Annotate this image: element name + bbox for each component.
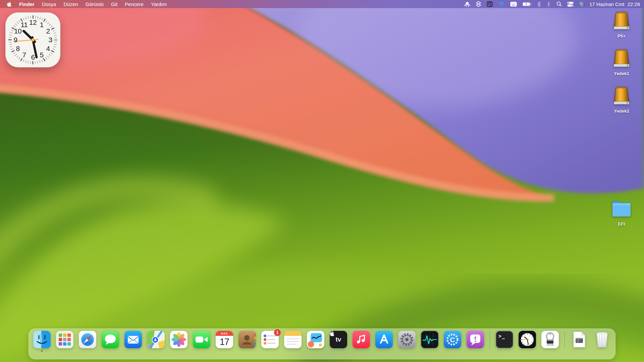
desktop-icon-yedek1[interactable]: Yedek1 — [605, 49, 638, 76]
desktop-icon-label: EFI — [618, 222, 625, 227]
dock: HAZ 17 1 — [29, 328, 615, 359]
dock-item-freeform[interactable] — [307, 331, 324, 348]
appletv-label: tv — [336, 336, 341, 343]
clock-number: 9 — [13, 36, 17, 44]
facetime-icon — [193, 331, 210, 348]
folder-icon — [611, 199, 632, 219]
dock-item-ioregistryexplorer[interactable] — [541, 331, 559, 348]
trash-icon — [593, 331, 611, 348]
running-indicator — [41, 350, 43, 352]
meter-icon — [546, 1, 551, 7]
menu-goruntu[interactable]: Görüntü — [82, 0, 107, 8]
clock-number: 6 — [31, 53, 35, 61]
wifi-icon — [498, 1, 505, 7]
clock-number: 5 — [40, 51, 43, 59]
clock-number: 3 — [48, 36, 52, 44]
dock-item-clock-app[interactable] — [519, 331, 536, 348]
photos-icon — [170, 331, 187, 348]
ioregistryexplorer-icon — [541, 331, 559, 348]
menu-pencere[interactable]: Pencere — [121, 0, 147, 8]
desktop-icon-efi[interactable]: EFI — [605, 199, 638, 227]
menu-finder[interactable]: Finder — [15, 0, 38, 8]
dock-item-safari[interactable] — [79, 331, 96, 348]
control-center-menu-extra[interactable] — [565, 0, 576, 8]
calendar-month: HAZ — [216, 331, 233, 336]
app-menus: Finder Dosya Düzen Görüntü Git Pencere Y… — [0, 0, 170, 8]
dock-item-contacts[interactable] — [238, 331, 256, 348]
dock-item-appletv[interactable]: tv — [330, 331, 347, 348]
apple-logo-icon — [330, 331, 334, 337]
launchpad-icon — [56, 331, 73, 348]
disk-image-document-icon — [571, 331, 588, 348]
dock-item-mail[interactable] — [124, 331, 142, 348]
desktop-icon-p5[interactable]: P5+ — [605, 11, 638, 39]
dock-item-maps[interactable] — [147, 331, 165, 348]
terminal-icon: >_ — [496, 331, 513, 348]
dock-item-photos[interactable] — [170, 331, 187, 348]
external-drive-icon — [612, 49, 631, 68]
dock-item-disk-image-document[interactable] — [571, 331, 588, 348]
dock-item-settings[interactable] — [398, 331, 416, 348]
messages-icon — [102, 331, 119, 348]
dock-item-reminders[interactable]: 1 — [261, 331, 279, 348]
bluetooth-icon — [537, 1, 541, 7]
spotlight-menu-extra[interactable] — [554, 0, 565, 8]
dock-item-launchpad[interactable] — [56, 331, 73, 348]
clock-number: 11 — [21, 21, 28, 29]
desktop-icon-label: P5+ — [618, 34, 626, 39]
finder-icon — [33, 331, 51, 348]
dock-item-trash[interactable] — [593, 331, 611, 348]
clock-number: 8 — [16, 45, 19, 53]
layers-menu-extra[interactable] — [473, 0, 484, 8]
safari-icon — [79, 331, 96, 348]
keyboard-icon — [510, 2, 517, 7]
wifi-menu-extra[interactable] — [495, 0, 507, 8]
desktop-icon-label: Yedek1 — [614, 71, 629, 76]
carbon-copy-cloner-icon: C — [444, 331, 461, 348]
ccc-letter: C — [450, 336, 455, 344]
meter-menu-extra[interactable] — [544, 0, 554, 8]
clock-widget[interactable]: 12 1 2 3 4 5 6 7 8 9 10 11 — [5, 12, 60, 67]
dock-item-terminal[interactable]: >_ — [496, 331, 513, 348]
siri-menu-extra[interactable] — [576, 0, 587, 8]
dock-item-feedback-assistant[interactable] — [467, 331, 484, 348]
layers-icon — [476, 1, 481, 7]
bluetooth-menu-extra[interactable] — [534, 0, 544, 8]
disk-drive-menu-extra[interactable] — [484, 0, 495, 8]
dock-item-calendar[interactable]: HAZ 17 — [216, 331, 233, 348]
octopus-menu-extra[interactable] — [462, 0, 473, 8]
menu-yardim[interactable]: Yardım — [147, 0, 170, 8]
music-icon — [353, 331, 370, 348]
desktop-icon-yedek2[interactable]: Yedek2 — [605, 86, 638, 114]
dock-item-activity-monitor[interactable] — [421, 331, 438, 348]
dock-item-music[interactable] — [353, 331, 370, 348]
dock-item-facetime[interactable] — [193, 331, 210, 348]
menu-git[interactable]: Git — [107, 0, 121, 8]
notification-badge: 1 — [274, 329, 281, 336]
menu-dosya[interactable]: Dosya — [38, 0, 60, 8]
octopus-icon — [464, 1, 470, 7]
clock-number: 12 — [29, 18, 37, 26]
menu-duzen[interactable]: Düzen — [60, 0, 82, 8]
disk-drive-icon — [487, 1, 493, 7]
menu-bar: Finder Dosya Düzen Görüntü Git Pencere Y… — [0, 0, 644, 8]
contacts-icon — [238, 331, 256, 348]
battery-menu-extra[interactable] — [520, 0, 534, 8]
siri-icon — [579, 1, 585, 7]
menubar-date: 17 Haziran Cmt — [589, 1, 624, 7]
keyboard-menu-extra[interactable] — [507, 0, 520, 8]
menubar-clock[interactable]: 17 Haziran Cmt 22:28 — [587, 1, 644, 7]
freeform-icon — [307, 331, 324, 348]
dock-divider — [490, 331, 490, 348]
activity-monitor-icon — [421, 331, 438, 348]
clock-number: 4 — [46, 45, 50, 53]
dock-item-appstore[interactable] — [375, 331, 393, 348]
dock-item-notes[interactable] — [284, 331, 302, 348]
apple-menu[interactable] — [0, 0, 15, 8]
calendar-icon: HAZ 17 — [216, 331, 233, 348]
dock-item-ccc[interactable]: C — [444, 331, 461, 348]
dock-item-messages[interactable] — [102, 331, 119, 348]
notes-icon — [284, 331, 302, 348]
apple-logo-icon — [7, 1, 12, 7]
dock-item-finder[interactable] — [33, 331, 51, 348]
